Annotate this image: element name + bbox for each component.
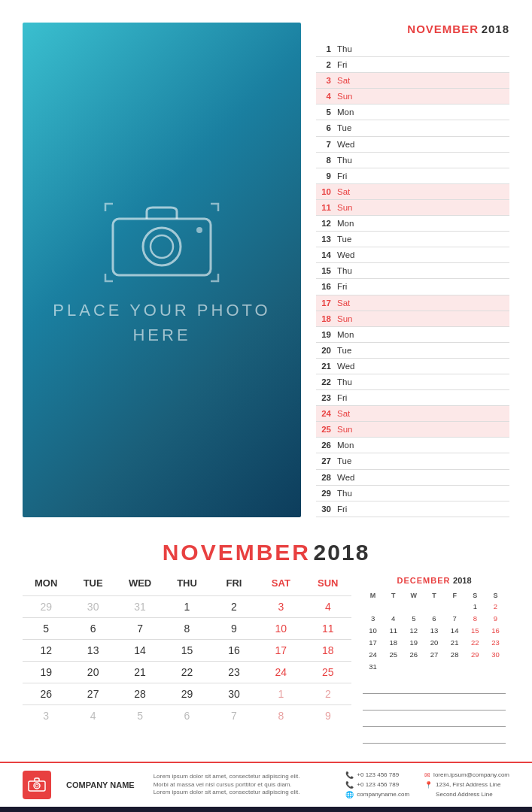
day-number: 30 [316, 503, 331, 515]
mini-cell: 27 [424, 649, 444, 661]
vs-bar: VectorStock® VectorStock.com/18656700 [0, 807, 532, 812]
day-name: Wed [337, 360, 354, 372]
day-name: Thu [337, 265, 352, 277]
mini-cell: 1 [465, 601, 485, 613]
svg-point-5 [34, 783, 40, 789]
day-name: Sat [337, 408, 350, 420]
day-name: Fri [337, 170, 347, 182]
note-line-2 [363, 697, 506, 710]
cal-cell: 1 [257, 683, 304, 704]
day-number: 27 [316, 455, 331, 467]
mini-header-cell: T [383, 590, 403, 601]
mini-cell: 6 [424, 613, 444, 625]
day-name: Thu [337, 487, 352, 499]
photo-placeholder-text: PLACE YOUR PHOTO HERE [23, 298, 301, 347]
email-val: lorem.ipsum@company.com [433, 771, 509, 778]
cal-cell: 15 [163, 639, 210, 661]
svg-point-1 [143, 228, 181, 265]
cal-header-cell: WED [117, 574, 163, 592]
cal-cell: 24 [257, 661, 304, 683]
phone-icon: 📞 [345, 771, 354, 779]
mini-cell: 4 [383, 613, 403, 625]
cal-cell: 5 [23, 617, 69, 639]
footer-contacts: 📞 +0 123 456 789 📞 +0 123 456 789 🌐 comp… [345, 771, 509, 798]
day-number: 21 [316, 360, 331, 372]
day-name: Sat [337, 186, 350, 198]
mini-header-cell: S [465, 590, 485, 601]
cal-cell: 2 [211, 595, 257, 617]
day-number: 5 [316, 106, 331, 118]
mini-header-cell: F [445, 590, 465, 601]
cal-cell: 3 [23, 704, 69, 726]
cal-cell: 1 [163, 595, 210, 617]
day-list-item: 4Sun [316, 89, 509, 105]
day-number: 3 [316, 74, 331, 86]
day-name: Sun [337, 201, 352, 214]
mini-header-cell: W [403, 590, 424, 601]
day-number: 16 [316, 280, 331, 292]
day-name: Tue [337, 344, 351, 356]
mini-cell: 17 [363, 637, 383, 649]
day-name: Sun [337, 313, 352, 325]
day-name: Tue [337, 122, 351, 134]
day-number: 10 [316, 186, 331, 198]
day-name: Fri [337, 392, 347, 404]
day-number: 12 [316, 217, 331, 229]
day-name: Tue [337, 233, 351, 245]
cal-header-cell: THU [163, 574, 210, 592]
cal-cell: 30 [211, 683, 257, 704]
cal-cell: 14 [117, 639, 163, 661]
day-number: 7 [316, 138, 331, 150]
company-info: COMPANY NAME [66, 780, 135, 790]
day-list-item: 12Mon [316, 216, 509, 232]
cal-header-cell: SUN [305, 574, 351, 592]
cal-header: MONTUEWEDTHUFRISATSUN [23, 574, 351, 592]
day-name: Wed [337, 138, 354, 150]
nov-title: NOVEMBER 2018 [23, 540, 509, 565]
svg-point-2 [150, 235, 173, 258]
mini-cell: 15 [465, 625, 485, 637]
day-name: Tue [337, 455, 351, 467]
mini-grid-header: MTWTFSS [363, 590, 506, 601]
day-list-item: 27Tue [316, 453, 509, 469]
day-number: 29 [316, 487, 331, 499]
svg-point-3 [196, 227, 202, 233]
mini-cell: 5 [403, 613, 424, 625]
day-list-item: 9Fri [316, 168, 509, 184]
cal-cell: 7 [117, 617, 163, 639]
day-name: Fri [337, 503, 347, 515]
notes-area [363, 680, 506, 747]
phone1-item: 📞 +0 123 456 789 [345, 771, 409, 779]
day-number: 15 [316, 265, 331, 277]
mini-cell: 29 [465, 649, 485, 661]
mini-cell [403, 601, 424, 613]
day-number: 2 [316, 59, 331, 71]
day-list-item: 1Thu [316, 41, 509, 57]
cal-cell: 9 [211, 617, 257, 639]
mini-cell [485, 661, 506, 673]
day-list-item: 22Thu [316, 374, 509, 390]
day-name: Mon [337, 106, 354, 118]
day-list-item: 7Wed [316, 137, 509, 153]
day-number: 23 [316, 392, 331, 404]
day-number: 11 [316, 201, 331, 214]
mini-year-val: 2018 [453, 576, 471, 585]
website-val: companyname.com [357, 791, 409, 798]
cal-cell: 26 [23, 683, 69, 704]
cal-cell: 4 [305, 595, 351, 617]
day-list-item: 28Wed [316, 470, 509, 486]
note-line-1 [363, 680, 506, 694]
camera-icon [102, 192, 222, 283]
mini-cell: 7 [445, 613, 465, 625]
mini-cell: 24 [363, 649, 383, 661]
day-list-item: 19Mon [316, 327, 509, 343]
mini-cell: 13 [424, 625, 444, 637]
day-name: Mon [337, 329, 354, 341]
day-number: 19 [316, 329, 331, 341]
day-list-item: 29Thu [316, 486, 509, 501]
mini-cell: 12 [403, 625, 424, 637]
big-month-label: NOVEMBER [163, 540, 311, 565]
day-number: 8 [316, 154, 331, 166]
svg-point-6 [35, 784, 38, 787]
cal-cell: 11 [305, 617, 351, 639]
